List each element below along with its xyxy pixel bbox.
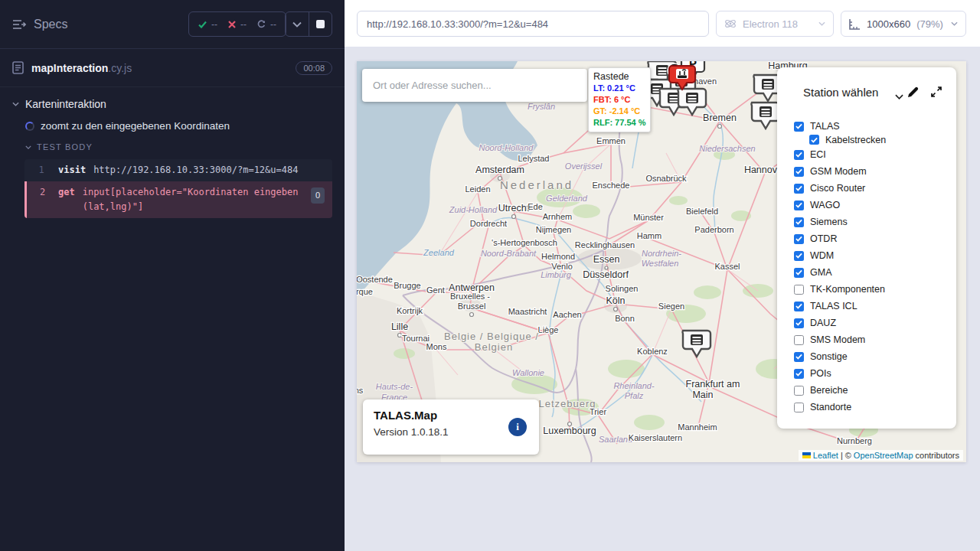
map-label: Helmond: [541, 252, 575, 261]
checkbox-checked[interactable]: [794, 234, 804, 244]
stop-button[interactable]: [309, 12, 332, 36]
checkbox-checked[interactable]: [794, 184, 804, 194]
app-version: Version 1.0.18.1: [374, 426, 528, 438]
station-panel: Station wählen TALASKabelstreckenECIGSM …: [777, 67, 956, 429]
chevron-down-icon[interactable]: [895, 89, 903, 103]
station-checkbox-item[interactable]: Standorte: [794, 399, 956, 416]
expand-icon[interactable]: [930, 86, 942, 101]
map-label: Dordrecht: [470, 219, 507, 228]
viewport-zoom: (79%): [916, 18, 943, 30]
url-input[interactable]: [357, 11, 709, 37]
command-log: 1 visit http://192.168.10.33:3000/?m=12&…: [24, 159, 332, 218]
run-controls: [285, 11, 332, 37]
station-checkbox-item[interactable]: TALAS: [794, 118, 956, 135]
checkbox-checked[interactable]: [794, 369, 804, 379]
spec-file-icon: [12, 61, 24, 74]
checkbox-unchecked[interactable]: [794, 285, 804, 295]
station-checkbox-item[interactable]: GSM Modem: [794, 163, 956, 180]
checkbox-checked[interactable]: [794, 122, 804, 132]
map-label: Rheinland-: [613, 381, 655, 390]
specs-list-icon[interactable]: [12, 19, 26, 30]
station-checkbox-item[interactable]: SMS Modem: [794, 331, 956, 348]
command-row-get[interactable]: 2 get input[placeholder="Koordinaten ein…: [24, 181, 332, 218]
station-checkbox-item[interactable]: Sonstige: [794, 348, 956, 365]
spec-row[interactable]: mapInteraction.cy.js 00:08: [0, 49, 345, 87]
station-checkbox-item[interactable]: TK-Komponenten: [794, 281, 956, 298]
map-label: Bremen: [703, 112, 737, 123]
map-label: Enschede: [593, 181, 630, 190]
tooltip-value-line: RLF: 77.54 %: [593, 117, 645, 129]
map-label: Zuid-Holland: [449, 205, 498, 214]
station-checkbox-item[interactable]: WDM: [794, 247, 956, 264]
refresh-icon: [257, 20, 266, 28]
station-marker[interactable]: [678, 89, 706, 115]
command-args: http://192.168.10.33:3000/?m=12&u=484: [93, 163, 323, 178]
station-checkbox-item[interactable]: WAGO: [794, 197, 956, 214]
station-checkbox-item[interactable]: POIs: [794, 365, 956, 382]
browser-selector[interactable]: Electron 118: [716, 11, 834, 37]
map-label: Bruxelles -: [450, 292, 490, 301]
test-body-toggle[interactable]: TEST BODY: [0, 135, 345, 156]
collapse-button[interactable]: [286, 12, 309, 36]
checkbox-checked[interactable]: [809, 135, 819, 145]
checkbox-unchecked[interactable]: [794, 386, 804, 396]
checkbox-unchecked[interactable]: [794, 335, 804, 345]
station-checkbox-item[interactable]: GMA: [794, 264, 956, 281]
about-box: TALAS.Map Version 1.0.18.1 i: [363, 399, 539, 455]
station-tooltip: Rastede LT: 0.21 °CFBT: 6 °CGT: -2.14 °C…: [588, 67, 651, 132]
map-label: Kassel: [714, 262, 740, 271]
map-label: Düsseldorf: [583, 269, 629, 280]
map-label: Main: [692, 390, 713, 400]
station-panel-title[interactable]: Station wählen: [803, 86, 878, 99]
command-name: get: [58, 185, 75, 214]
map-label: Luxembourg: [543, 425, 596, 436]
station-checkbox-item[interactable]: Bereiche: [794, 382, 956, 399]
checkbox-checked[interactable]: [794, 167, 804, 177]
command-row-visit[interactable]: 1 visit http://192.168.10.33:3000/?m=12&…: [24, 159, 332, 181]
station-checkbox-item[interactable]: TALAS ICL: [794, 298, 956, 315]
osm-link[interactable]: OpenStreetMap: [854, 451, 913, 460]
map-label: Gent: [426, 285, 445, 295]
station-checkbox-item[interactable]: DAUZ: [794, 315, 956, 331]
viewport-selector[interactable]: 1000x660 (79%): [841, 11, 966, 37]
station-checkbox-label: GMA: [810, 267, 831, 278]
map-label: Brussel: [458, 302, 486, 311]
checkbox-checked[interactable]: [794, 251, 804, 261]
station-checkbox-label: Kabelstrecken: [825, 135, 886, 145]
suite-toggle[interactable]: Karteninteraktion: [0, 87, 345, 113]
checkbox-checked[interactable]: [794, 302, 804, 311]
test-row[interactable]: zoomt zu den eingegebenen Koordinaten: [0, 113, 345, 135]
map-label: Kaiserslautern: [629, 433, 682, 442]
map-label: Aachen: [553, 310, 581, 319]
station-checkbox-item[interactable]: Cisco Router: [794, 180, 956, 197]
station-checkbox-label: OTDR: [810, 233, 837, 244]
checkbox-checked[interactable]: [794, 318, 804, 328]
x-icon: [228, 21, 236, 28]
checkbox-checked[interactable]: [794, 201, 804, 210]
info-icon[interactable]: i: [508, 418, 527, 436]
tooltip-value-line: GT: -2.14 °C: [593, 106, 645, 117]
leaflet-link[interactable]: Leaflet: [813, 451, 838, 460]
map-label: Nijmegen: [536, 225, 571, 234]
station-checkbox-item[interactable]: ECI: [794, 146, 956, 163]
station-marker[interactable]: [751, 103, 779, 129]
suite-title: Karteninteraktion: [25, 98, 106, 110]
checkbox-checked[interactable]: [794, 268, 804, 278]
station-checkbox-label: TALAS: [810, 121, 840, 132]
station-checkbox-item[interactable]: OTDR: [794, 230, 956, 247]
station-checkbox-label: TK-Komponenten: [810, 284, 885, 295]
chevron-down-icon: [818, 21, 825, 26]
leaflet-map[interactable]: HamburgBremerhavenBremenGroningenEmmenNi…: [357, 61, 966, 462]
map-label: 's-Hertogenbosch: [492, 238, 557, 247]
checkbox-checked[interactable]: [794, 352, 804, 362]
checkbox-checked[interactable]: [794, 217, 804, 227]
station-marker[interactable]: [682, 331, 710, 357]
map-label: Fryslân: [528, 102, 555, 111]
map-label: Münster: [633, 213, 664, 222]
station-checkbox-item[interactable]: Siemens: [794, 214, 956, 230]
edit-pencil-icon[interactable]: [906, 86, 920, 102]
checkbox-unchecked[interactable]: [794, 403, 804, 412]
station-checkbox-item[interactable]: Kabelstrecken: [794, 133, 956, 146]
checkbox-checked[interactable]: [794, 150, 804, 160]
search-input[interactable]: [362, 69, 587, 102]
